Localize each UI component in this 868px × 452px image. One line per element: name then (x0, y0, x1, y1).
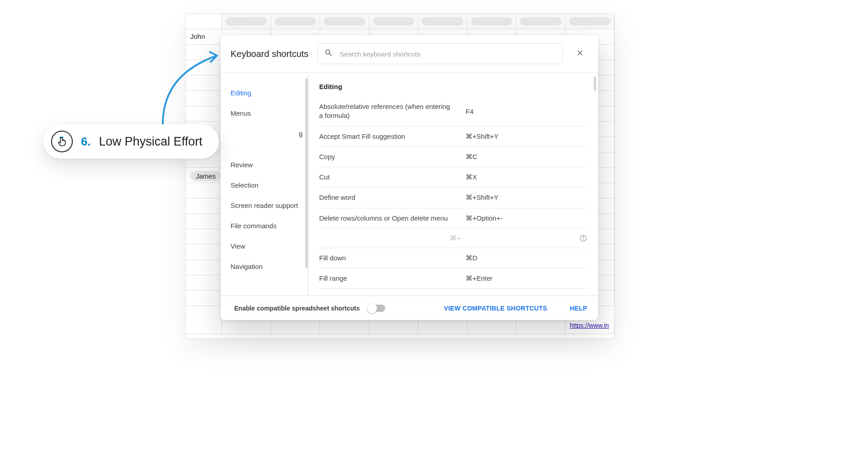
shortcut-list: Editing Absolute/relative references (wh… (308, 73, 598, 296)
dialog-footer: Enable compatible spreadsheet shortcuts … (221, 296, 598, 320)
col-header (516, 14, 566, 29)
sheet-cell-name[interactable]: James (186, 168, 222, 183)
col-header (320, 14, 369, 29)
shortcut-keys: ⌘+Shift+Y (466, 132, 583, 141)
view-compatible-link[interactable]: VIEW COMPATIBLE SHORTCUTS (444, 305, 547, 312)
col-header (222, 14, 271, 29)
shortcut-keys-disabled: ⌘+ (450, 234, 567, 242)
shortcut-label: Absolute/relative references (when enter… (319, 102, 455, 121)
shortcut-keys: ⌘+Option+- (466, 214, 583, 222)
shortcut-label: Cut (319, 173, 455, 182)
col-header (566, 14, 615, 29)
dialog-title: Keyboard shortcuts (231, 49, 308, 59)
shortcut-label: Fill range (319, 274, 455, 283)
callout-number: 6. (81, 135, 91, 149)
shortcut-label: Define word (319, 193, 455, 202)
sidebar-item-file-commands[interactable]: File commands (231, 216, 308, 236)
shortcut-keys: ⌘X (466, 173, 583, 181)
shortcut-row: Copy ⌘C (319, 147, 587, 167)
shortcut-row: Define word ⌘+Shift+Y (319, 188, 587, 208)
sidebar-scrollbar[interactable] (305, 78, 308, 268)
shortcut-keys: ⌘C (466, 153, 583, 161)
search-input[interactable] (340, 50, 556, 58)
sidebar-item-menus[interactable]: Menus (231, 103, 308, 123)
keyboard-shortcuts-dialog: Keyboard shortcuts Editing Menus g Revie… (221, 35, 598, 320)
search-box[interactable] (317, 43, 563, 64)
shortcut-keys: ⌘+Enter (466, 274, 583, 282)
close-button[interactable] (572, 46, 588, 62)
close-icon (576, 48, 585, 59)
col-header (271, 14, 321, 29)
shortcut-row: Cut ⌘X (319, 167, 587, 188)
sidebar-item-screen-reader[interactable]: Screen reader support (231, 195, 308, 216)
sidebar-item-editing[interactable]: Editing (231, 83, 308, 103)
col-header (369, 14, 419, 29)
shortcut-label: Fill right (319, 294, 455, 296)
shortcut-row: Absolute/relative references (when enter… (319, 97, 587, 127)
shortcut-label: Fill down (319, 254, 455, 263)
compatible-shortcuts-toggle[interactable] (368, 305, 385, 312)
tap-icon (51, 131, 73, 152)
content-scrollbar[interactable] (594, 76, 596, 91)
sheet-cell[interactable]: John (186, 29, 222, 44)
col-header (467, 14, 517, 29)
sidebar-item-selection[interactable]: Selection (231, 175, 308, 195)
shortcut-keys: ⌘+Shift+Y (466, 193, 583, 202)
help-link[interactable]: HELP (570, 305, 587, 312)
sidebar-item-navigation[interactable]: Navigation (231, 256, 308, 277)
callout-text: Low Physical Effort (99, 135, 203, 149)
shortcut-row: Fill right ⌘R (319, 289, 587, 296)
sheet-column-headers (186, 14, 614, 29)
shortcut-keys: ⌘R (466, 295, 583, 296)
sheet-corner (186, 14, 222, 29)
dialog-header: Keyboard shortcuts (221, 35, 598, 73)
shortcut-row: ⌘+ (319, 229, 587, 248)
sidebar-item-view[interactable]: View (231, 236, 308, 256)
section-heading: Editing (319, 83, 587, 90)
shortcut-row: Fill down ⌘D (319, 248, 587, 268)
principle-callout: 6. Low Physical Effort (43, 124, 219, 159)
shortcut-row: Delete rows/columns or Open delete menu … (319, 208, 587, 229)
shortcut-row: Fill range ⌘+Enter (319, 268, 587, 289)
svg-point-2 (583, 236, 583, 237)
shortcut-label: Copy (319, 152, 455, 161)
shortcut-keys: ⌘D (466, 254, 583, 262)
shortcut-label: Delete rows/columns or Open delete menu (319, 214, 455, 223)
sidebar-item-data[interactable] (231, 144, 308, 155)
info-icon[interactable] (578, 234, 587, 242)
sidebar-item-review[interactable]: Review (231, 155, 308, 175)
col-header (418, 14, 467, 29)
shortcut-row: Accept Smart Fill suggestion ⌘+Shift+Y (319, 127, 587, 147)
toggle-label: Enable compatible spreadsheet shortcuts (234, 305, 360, 312)
shortcut-keys: F4 (466, 108, 583, 115)
sidebar-item-formatting[interactable]: g (231, 123, 308, 144)
category-sidebar: Editing Menus g Review Selection Screen … (221, 73, 308, 296)
search-icon (324, 48, 333, 59)
link-cell[interactable]: https://www.in (566, 319, 615, 334)
shortcut-label: Accept Smart Fill suggestion (319, 132, 455, 141)
